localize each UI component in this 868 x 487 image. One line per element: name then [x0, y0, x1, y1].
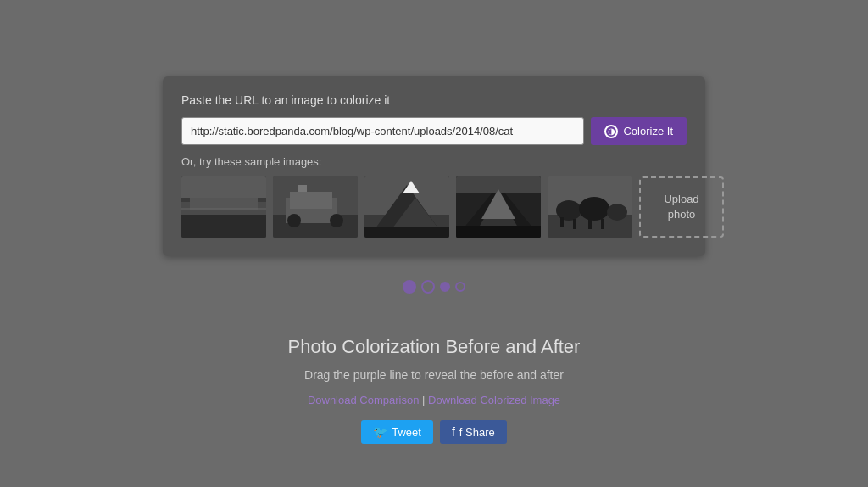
svg-rect-33 [601, 219, 604, 229]
svg-rect-30 [560, 217, 564, 227]
svg-rect-32 [588, 219, 592, 229]
svg-rect-24 [456, 226, 541, 238]
svg-rect-9 [290, 192, 332, 209]
section-title: Photo Colorization Before and After [288, 336, 581, 358]
colorize-icon: ◑ [604, 125, 618, 138]
links-row: Download Comparison | Download Colorized… [288, 394, 581, 406]
dot-4 [455, 282, 465, 292]
url-input[interactable] [181, 117, 584, 145]
sample-image-1[interactable] [181, 176, 266, 238]
svg-rect-4 [181, 176, 266, 198]
thumbnails-row: Upload photo [181, 176, 687, 238]
svg-rect-31 [573, 219, 576, 229]
dot-3 [440, 282, 450, 292]
link-separator: | [422, 394, 428, 406]
svg-point-29 [607, 204, 627, 221]
sample-image-3[interactable] [364, 176, 449, 238]
facebook-icon: f [452, 425, 455, 439]
sample-image-2[interactable] [273, 176, 358, 238]
card-title: Paste the URL to an image to colorize it [181, 93, 687, 107]
social-row: 🐦 Tweet f f Share [288, 420, 581, 444]
sample-image-4[interactable] [456, 176, 541, 238]
section-subtitle: Drag the purple line to reveal the befor… [288, 368, 581, 382]
dot-1 [403, 280, 416, 294]
dots-row [403, 280, 465, 294]
sample-label: Or, try these sample images: [181, 155, 687, 168]
upload-label-line2: photo [668, 207, 696, 222]
colorize-card: Paste the URL to an image to colorize it… [163, 76, 705, 256]
twitter-icon: 🐦 [373, 425, 387, 439]
sample-image-5[interactable] [548, 176, 632, 238]
svg-point-10 [287, 214, 301, 227]
url-row: ◑ Colorize It [181, 117, 687, 145]
svg-point-11 [330, 214, 343, 227]
tweet-button[interactable]: 🐦 Tweet [361, 420, 433, 444]
facebook-share-button[interactable]: f f Share [440, 420, 507, 444]
bottom-section: Photo Colorization Before and After Drag… [288, 336, 581, 444]
dot-2 [421, 280, 435, 294]
colorize-button[interactable]: ◑ Colorize It [591, 117, 687, 145]
upload-photo-button[interactable]: Upload photo [639, 176, 724, 238]
download-comparison-link[interactable]: Download Comparison [308, 394, 420, 406]
svg-rect-18 [364, 227, 449, 238]
tweet-label: Tweet [392, 426, 421, 439]
colorize-label: Colorize It [623, 125, 673, 137]
share-label: f Share [459, 426, 495, 439]
download-colorized-link[interactable]: Download Colorized Image [428, 394, 560, 406]
svg-point-28 [579, 197, 609, 221]
upload-label-line1: Upload [664, 192, 698, 207]
svg-point-27 [556, 200, 581, 221]
main-container: Paste the URL to an image to colorize it… [0, 0, 868, 444]
svg-rect-12 [298, 185, 307, 192]
